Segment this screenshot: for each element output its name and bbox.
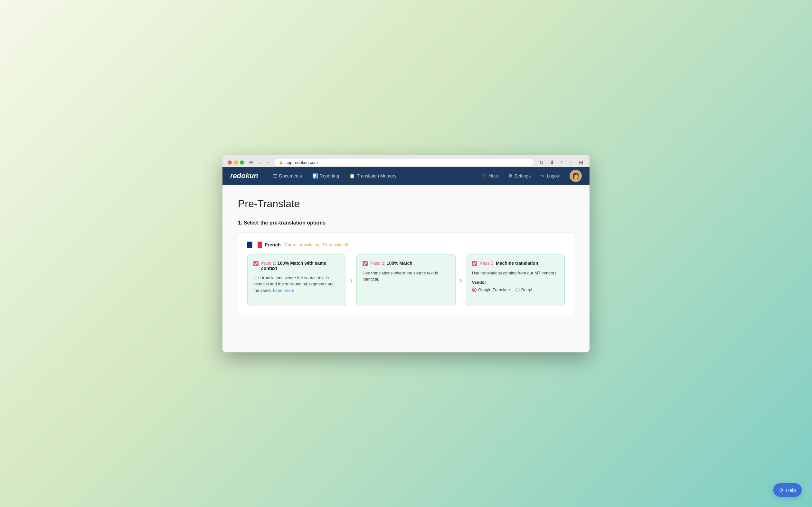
nav-settings[interactable]: ⚙ Settings — [504, 171, 535, 181]
passes-row: Pass 1: 100% Match with same context Use… — [247, 255, 565, 306]
nav-translation-memory[interactable]: 📋 Translation Memory — [345, 171, 401, 181]
google-translate-label: Google Translate — [478, 287, 510, 292]
avatar-image: 👩 — [572, 172, 579, 179]
nav-reporting-label: Reporting — [320, 173, 339, 178]
grid-view-button[interactable]: ⊞ — [578, 158, 584, 167]
pass-1-title: Pass 1: 100% Match with same context — [253, 261, 340, 271]
url-text: app.redokun.com — [285, 160, 317, 165]
vendor-deepl[interactable]: DeepL — [515, 287, 534, 292]
google-translate-radio[interactable] — [472, 288, 477, 292]
address-bar[interactable]: 🔒 app.redokun.com — [274, 158, 534, 167]
language-name: French — [265, 242, 281, 247]
pass-3-description: Use translations coming from our MT vend… — [472, 270, 559, 276]
language-header: French (Current translation: 0% translat… — [247, 241, 565, 248]
documents-icon: ☰ — [273, 173, 277, 178]
reload-button[interactable]: ↻ — [538, 158, 545, 167]
nav-links: ☰ Documents 📊 Reporting 📋 Translation Me… — [268, 171, 478, 181]
pass-1-card: Pass 1: 100% Match with same context Use… — [247, 255, 346, 306]
help-fab-button[interactable]: ⊕ Help — [773, 483, 802, 497]
flag-blue — [247, 241, 252, 248]
arrow-2-icon: › — [459, 276, 462, 285]
pass-2-label: Pass 2: 100% Match — [370, 261, 413, 266]
sidebar-toggle-button[interactable]: ⊞ — [248, 159, 254, 166]
minimize-button[interactable] — [234, 160, 238, 165]
pass-1-checkbox[interactable] — [253, 261, 258, 266]
app-logo[interactable]: redokun — [230, 172, 258, 180]
pass-3-checkbox[interactable] — [472, 261, 477, 266]
traffic-lights — [228, 160, 244, 165]
forward-button[interactable]: › — [266, 159, 270, 166]
browser-window: ⊞ ‹ › 🔒 app.redokun.com ↻ ⬇ ↑ + ⊞ redoku… — [223, 155, 589, 352]
vendor-options: Google Translate DeepL — [472, 287, 559, 292]
download-button[interactable]: ⬇ — [549, 158, 555, 167]
page-title: Pre-Translate — [238, 198, 574, 210]
nav-reporting[interactable]: 📊 Reporting — [308, 171, 344, 181]
maximize-button[interactable] — [240, 160, 244, 165]
nav-documents[interactable]: ☰ Documents — [268, 171, 307, 181]
avatar[interactable]: 👩 — [570, 170, 582, 182]
nav-help[interactable]: ❓ Help — [478, 171, 502, 181]
nav-settings-label: Settings — [514, 173, 531, 178]
back-button[interactable]: ‹ — [258, 159, 262, 166]
deepl-radio[interactable] — [515, 288, 520, 292]
flag-red — [258, 241, 262, 248]
pass-2-title: Pass 2: 100% Match — [363, 261, 449, 266]
close-button[interactable] — [228, 160, 232, 165]
browser-controls-row: ⊞ ‹ › 🔒 app.redokun.com ↻ ⬇ ↑ + ⊞ — [228, 158, 584, 167]
pass-2-card: Pass 2: 100% Match Use translations wher… — [357, 255, 455, 306]
logout-icon: ↪ — [541, 173, 545, 178]
help-fab-label: Help — [786, 487, 796, 493]
lock-icon: 🔒 — [279, 160, 283, 165]
vendor-label: Vendor — [472, 280, 559, 285]
nav-logout[interactable]: ↪ Logout — [537, 171, 564, 181]
reporting-icon: 📊 — [312, 173, 318, 178]
nav-logout-label: Logout — [547, 173, 561, 178]
pass-2-checkbox[interactable] — [363, 261, 368, 266]
language-status: (Current translation: 0% translated) — [283, 242, 349, 247]
arrow-1-icon: › — [350, 276, 353, 285]
nav-documents-label: Documents — [279, 173, 302, 178]
pass-3-card: Pass 3: Machine translation Use translat… — [466, 255, 565, 306]
help-fab-icon: ⊕ — [779, 487, 783, 493]
settings-icon: ⚙ — [508, 173, 513, 178]
new-tab-button[interactable]: + — [568, 158, 574, 167]
french-flag — [247, 241, 262, 248]
flag-white — [252, 241, 257, 248]
pass-1-label: Pass 1: 100% Match with same context — [261, 261, 340, 271]
pass-1-description: Use translations where the source text i… — [253, 275, 340, 294]
app-navbar: redokun ☰ Documents 📊 Reporting 📋 Transl… — [223, 167, 589, 185]
nav-help-label: Help — [489, 173, 498, 178]
help-nav-icon: ❓ — [481, 173, 487, 178]
nav-right: ❓ Help ⚙ Settings ↪ Logout 👩 — [478, 170, 582, 182]
options-card: French (Current translation: 0% translat… — [238, 232, 574, 315]
vendor-section: Vendor Google Translate DeepL — [472, 280, 559, 292]
pass-3-label: Pass 3: Machine translation — [480, 261, 538, 266]
pass-1-learn-more[interactable]: Learn more — [273, 288, 294, 293]
browser-chrome: ⊞ ‹ › 🔒 app.redokun.com ↻ ⬇ ↑ + ⊞ — [223, 155, 589, 167]
pass-3-title: Pass 3: Machine translation — [472, 261, 559, 266]
deepl-label: DeepL — [521, 287, 534, 292]
share-button[interactable]: ↑ — [559, 158, 564, 167]
translation-memory-icon: 📋 — [349, 173, 355, 178]
page-content: Pre-Translate 1. Select the pre-translat… — [223, 185, 589, 352]
section-heading: 1. Select the pre-translation options — [238, 220, 574, 226]
vendor-google[interactable]: Google Translate — [472, 287, 510, 292]
nav-translation-memory-label: Translation Memory — [357, 173, 396, 178]
pass-2-description: Use translations where the source text i… — [363, 270, 449, 282]
